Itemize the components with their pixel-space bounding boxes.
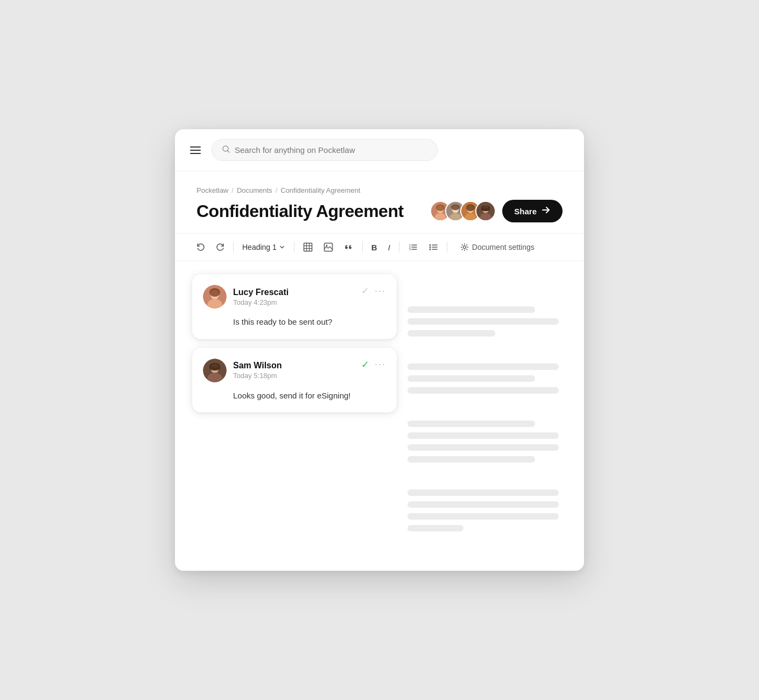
svg-point-25 [326, 245, 327, 247]
toolbar-divider-1 [233, 242, 234, 253]
toolbar: Heading 1 [175, 233, 584, 261]
breadcrumb-documents[interactable]: Documents [237, 186, 272, 194]
search-input[interactable] [235, 145, 427, 155]
document-content-lines [407, 274, 567, 539]
search-icon [222, 145, 230, 155]
comment-name-time-lucy: Lucy Frescati Today 4:23pm [233, 288, 289, 306]
bold-button[interactable]: B [367, 240, 382, 255]
svg-point-37 [429, 249, 431, 250]
comment-user-sam: Sam Wilson Today 5:18pm [203, 359, 282, 382]
menu-button[interactable] [188, 144, 203, 156]
top-bar [175, 129, 584, 171]
table-button[interactable] [299, 239, 317, 255]
svg-point-35 [429, 244, 431, 246]
comment-actions-sam: ✓ ··· [361, 359, 386, 370]
breadcrumb-pocketlaw[interactable]: Pocketlaw [196, 186, 228, 194]
doc-title-row: Confidentiality Agreement [196, 200, 563, 222]
comment-name-lucy: Lucy Frescati [233, 288, 289, 297]
doc-line-9 [407, 444, 559, 451]
doc-line-1 [407, 306, 535, 313]
comments-panel: Lucy Frescati Today 4:23pm ✓ ··· Is this… [192, 274, 397, 539]
italic-button[interactable]: I [384, 240, 395, 255]
ordered-list-button[interactable]: 1. 2. 3. [404, 239, 422, 255]
comment-header-sam: Sam Wilson Today 5:18pm ✓ ··· [203, 359, 386, 382]
share-label: Share [514, 207, 537, 216]
doc-line-12 [407, 501, 559, 508]
svg-point-5 [436, 204, 445, 211]
document-settings-label: Document settings [472, 243, 535, 251]
comment-time-sam: Today 5:18pm [233, 372, 282, 380]
doc-line-14 [407, 525, 463, 531]
avatar-sam-comment [203, 359, 227, 382]
heading-selector[interactable]: Heading 1 [238, 240, 290, 254]
svg-rect-19 [304, 243, 312, 251]
toolbar-divider-5 [447, 242, 447, 253]
heading-label: Heading 1 [242, 243, 277, 251]
comment-text-sam: Looks good, send it for eSigning! [203, 390, 386, 402]
avatar-lucy-comment [203, 285, 227, 309]
page-title: Confidentiality Agreement [196, 201, 404, 221]
doc-header: Pocketlaw / Documents / Confidentiality … [175, 171, 584, 233]
doc-line-6 [407, 387, 559, 394]
search-bar [212, 139, 438, 161]
comment-time-lucy: Today 4:23pm [233, 298, 289, 306]
resolve-button-sam[interactable]: ✓ [361, 359, 369, 370]
comment-card-lucy: Lucy Frescati Today 4:23pm ✓ ··· Is this… [192, 274, 397, 339]
comment-card-sam: Sam Wilson Today 5:18pm ✓ ··· Looks good… [192, 348, 397, 413]
svg-point-13 [466, 204, 475, 211]
comment-actions-lucy: ✓ ··· [361, 285, 386, 297]
comment-text-lucy: Is this ready to be sent out? [203, 316, 386, 328]
breadcrumb-current: Confidentiality Agreement [280, 186, 360, 194]
doc-line-4 [407, 363, 559, 370]
svg-point-38 [463, 246, 466, 249]
svg-rect-47 [209, 367, 220, 370]
doc-line-13 [407, 513, 559, 520]
more-options-lucy[interactable]: ··· [375, 285, 386, 297]
toolbar-divider-3 [362, 242, 363, 253]
breadcrumb-sep-1: / [231, 186, 234, 194]
unordered-list-button[interactable] [424, 239, 442, 255]
comment-name-sam: Sam Wilson [233, 361, 282, 370]
redo-button[interactable] [212, 240, 229, 255]
avatar-sam [475, 201, 496, 221]
share-button[interactable]: Share [502, 200, 563, 222]
resolve-button-lucy[interactable]: ✓ [361, 285, 369, 297]
svg-line-1 [228, 151, 230, 153]
svg-text:3.: 3. [409, 248, 411, 251]
doc-line-2 [407, 318, 559, 325]
svg-rect-18 [481, 209, 490, 211]
quote-button[interactable] [340, 239, 358, 255]
doc-line-5 [407, 375, 535, 382]
doc-line-7 [407, 421, 535, 427]
svg-point-9 [451, 204, 460, 210]
svg-point-36 [429, 247, 431, 248]
comment-user-lucy: Lucy Frescati Today 4:23pm [203, 285, 289, 309]
doc-actions: Share [430, 200, 563, 222]
comment-name-time-sam: Sam Wilson Today 5:18pm [233, 361, 282, 380]
content-area: Lucy Frescati Today 4:23pm ✓ ··· Is this… [175, 261, 584, 552]
doc-line-11 [407, 489, 559, 496]
document-settings-button[interactable]: Document settings [456, 240, 539, 254]
breadcrumb: Pocketlaw / Documents / Confidentiality … [196, 186, 563, 194]
breadcrumb-sep-2: / [276, 186, 278, 194]
toolbar-divider-4 [399, 242, 399, 253]
image-button[interactable] [319, 239, 338, 255]
bold-label: B [371, 243, 377, 252]
collaborators-avatars [430, 201, 496, 221]
doc-line-8 [407, 432, 559, 439]
doc-line-10 [407, 456, 535, 463]
app-window: Pocketlaw / Documents / Confidentiality … [175, 129, 584, 571]
undo-button[interactable] [192, 240, 209, 255]
svg-point-42 [209, 288, 220, 297]
comment-header-lucy: Lucy Frescati Today 4:23pm ✓ ··· [203, 285, 386, 309]
toolbar-divider-2 [294, 242, 294, 253]
doc-line-3 [407, 330, 495, 337]
italic-label: I [388, 243, 390, 252]
more-options-sam[interactable]: ··· [375, 359, 386, 370]
share-icon [541, 205, 551, 217]
